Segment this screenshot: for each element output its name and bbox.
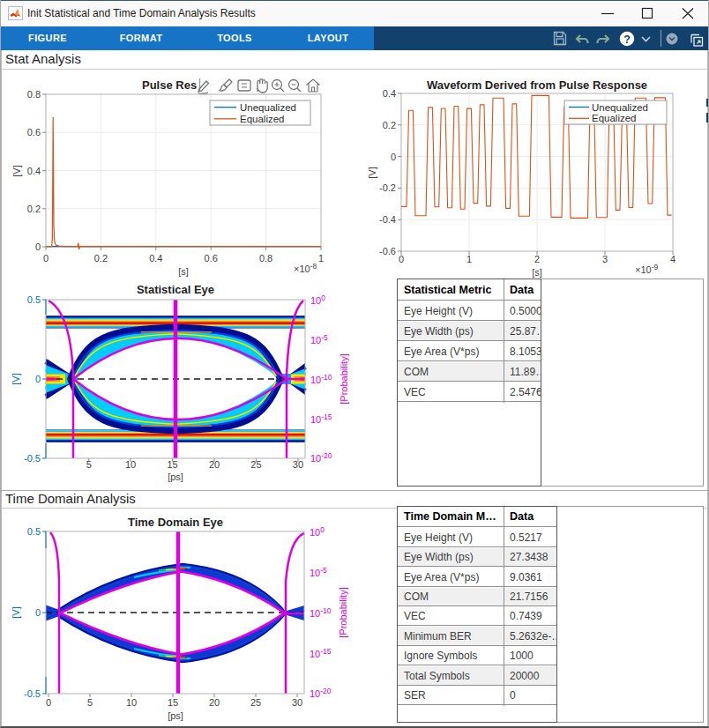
svg-text:20: 20 [209, 459, 220, 470]
svg-text:30: 30 [292, 697, 302, 708]
svg-text:0.8: 0.8 [27, 89, 41, 100]
svg-text:0: 0 [46, 697, 51, 708]
svg-text:Unequalized: Unequalized [592, 102, 648, 113]
svg-text:-0.6: -0.6 [379, 246, 396, 256]
svg-text:Pulse Res: Pulse Res [142, 78, 197, 92]
svg-text:[V]: [V] [11, 373, 21, 384]
svg-text:0.4: 0.4 [383, 88, 396, 99]
svg-text:5: 5 [86, 459, 92, 470]
svg-text:[Probability]: [Probability] [338, 587, 348, 637]
svg-text:10: 10 [126, 697, 137, 708]
svg-text:0.2: 0.2 [94, 253, 108, 264]
svg-text:10-5: 10-5 [310, 333, 328, 345]
svg-text:15: 15 [167, 459, 177, 470]
svg-text:5: 5 [87, 697, 93, 708]
svg-text:20: 20 [209, 697, 220, 708]
svg-text:100: 100 [310, 293, 325, 306]
svg-text:0: 0 [43, 253, 49, 264]
svg-text:-0.5: -0.5 [24, 453, 41, 464]
svg-text:1: 1 [318, 253, 324, 264]
svg-text:25: 25 [250, 459, 261, 470]
svg-text:0.8: 0.8 [259, 253, 272, 264]
svg-text:10-20: 10-20 [310, 687, 332, 699]
svg-text:10-20: 10-20 [310, 451, 332, 464]
svg-text:30: 30 [293, 459, 303, 470]
svg-text:Unequalized: Unequalized [240, 102, 296, 113]
svg-text:[V]: [V] [11, 165, 22, 176]
svg-text:10-15: 10-15 [310, 412, 332, 425]
svg-text:[V]: [V] [11, 606, 21, 618]
svg-text:0.6: 0.6 [205, 253, 218, 264]
svg-text:0: 0 [35, 241, 41, 252]
svg-text:[s]: [s] [178, 266, 189, 277]
svg-text:3: 3 [602, 254, 608, 264]
svg-text:10-15: 10-15 [310, 647, 332, 659]
svg-text:[s]: [s] [532, 267, 542, 278]
svg-text:-0.4: -0.4 [379, 214, 396, 225]
svg-text:0: 0 [399, 254, 404, 264]
svg-text:×10-9: ×10-9 [635, 263, 659, 275]
svg-text:-0.5: -0.5 [24, 688, 41, 699]
svg-text:Statistical Eye: Statistical Eye [137, 283, 214, 296]
svg-text:-0.2: -0.2 [379, 182, 396, 193]
svg-text:Waveform Derived from Pulse Re: Waveform Derived from Pulse Response [427, 78, 647, 92]
svg-text:10-5: 10-5 [310, 566, 327, 578]
svg-text:10-10: 10-10 [310, 373, 332, 385]
svg-text:0.6: 0.6 [27, 127, 41, 137]
svg-text:[ps]: [ps] [168, 472, 183, 482]
svg-text:0.2: 0.2 [27, 204, 41, 214]
svg-text:×10-8: ×10-8 [294, 262, 317, 274]
svg-text:10: 10 [125, 459, 136, 470]
svg-text:2: 2 [534, 254, 540, 264]
svg-text:1: 1 [466, 254, 472, 264]
svg-text:Equalized: Equalized [240, 114, 285, 124]
svg-text:Equalized: Equalized [592, 113, 637, 123]
svg-text:0.4: 0.4 [27, 166, 41, 176]
svg-text:0: 0 [391, 152, 396, 162]
svg-text:0.2: 0.2 [383, 120, 396, 130]
svg-text:[ps]: [ps] [168, 710, 183, 721]
svg-text:0: 0 [35, 607, 41, 618]
svg-text:25: 25 [250, 697, 261, 708]
svg-text:15: 15 [168, 697, 178, 708]
svg-text:4: 4 [670, 254, 675, 264]
svg-text:[Probability]: [Probability] [339, 353, 349, 404]
svg-text:0.5: 0.5 [27, 294, 41, 305]
svg-text:0.4: 0.4 [149, 253, 162, 264]
svg-text:10-10: 10-10 [310, 606, 332, 619]
svg-text:0: 0 [35, 374, 41, 384]
svg-text:[V]: [V] [367, 167, 377, 178]
svg-text:100: 100 [310, 525, 325, 538]
svg-text:0.5: 0.5 [27, 526, 41, 537]
svg-text:Time Domain Eye: Time Domain Eye [128, 516, 223, 529]
